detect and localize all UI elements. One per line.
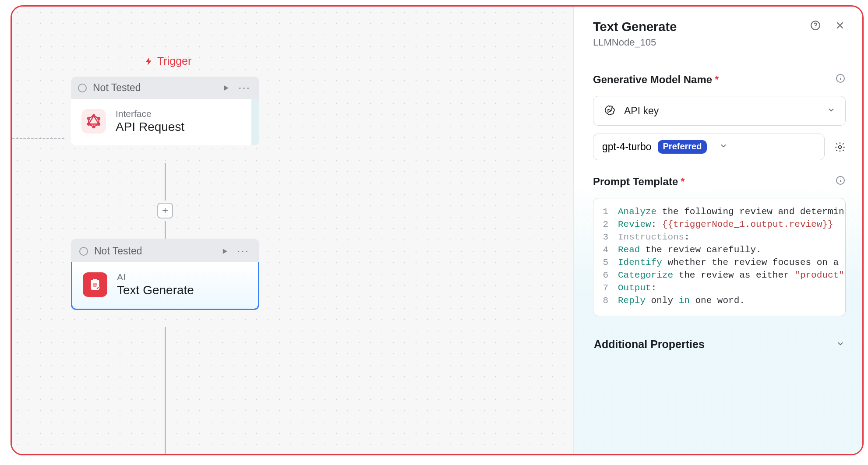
chevron-down-icon: [719, 141, 728, 153]
code-content: Review: {{triggerNode_1.output.review}}: [618, 218, 833, 231]
close-panel-button[interactable]: [834, 20, 846, 31]
run-node-button[interactable]: [220, 247, 229, 256]
code-content: Analyze the following review and determi…: [618, 205, 846, 218]
code-line: 8Reply only in one word.: [598, 294, 841, 307]
preferred-badge: Preferred: [658, 140, 707, 154]
code-line: 5Identify whether the review focuses on …: [598, 256, 841, 269]
field-label-text: Prompt Template: [593, 176, 678, 188]
chevron-down-icon: [827, 105, 836, 117]
line-number: 6: [598, 269, 618, 282]
graphql-icon: [81, 109, 106, 134]
line-number: 7: [598, 282, 618, 294]
node-status: Not Tested: [94, 245, 214, 257]
svg-point-15: [840, 178, 840, 179]
code-line: 4Read the review carefully.: [598, 243, 841, 256]
field-generative-model: Generative Model Name * API key gpt-4-t: [593, 73, 846, 160]
field-prompt-template: Prompt Template * 1Analyze the following…: [593, 175, 846, 316]
code-line: 1Analyze the following review and determ…: [598, 205, 841, 218]
field-label-text: Generative Model Name: [593, 74, 712, 86]
code-line: 2Review: {{triggerNode_1.output.review}}: [598, 218, 841, 231]
svg-point-10: [815, 28, 815, 28]
node-header: Not Tested ···: [71, 239, 259, 262]
add-node-button[interactable]: +: [157, 203, 173, 218]
additional-properties-toggle[interactable]: Additional Properties: [593, 334, 846, 355]
node-name: Text Generate: [117, 283, 194, 297]
run-node-button[interactable]: [222, 84, 230, 92]
divider: [574, 58, 864, 58]
panel-title: Text Generate: [593, 20, 677, 34]
node-header: Not Tested ···: [71, 77, 259, 99]
code-line: 7Output:: [598, 282, 841, 294]
openai-icon: [603, 104, 616, 117]
node-body[interactable]: Interface API Request: [71, 99, 259, 145]
code-content: Identify whether the review focuses on a…: [618, 256, 846, 269]
svg-rect-7: [93, 279, 97, 281]
code-content: Read the review carefully.: [618, 243, 762, 256]
line-number: 3: [598, 231, 618, 243]
edge: [165, 163, 166, 201]
code-content: Instructions:: [618, 231, 690, 243]
code-line: 3Instructions:: [598, 231, 841, 243]
node-more-button[interactable]: ···: [235, 244, 251, 258]
model-settings-button[interactable]: [834, 141, 846, 153]
info-icon[interactable]: [835, 73, 846, 86]
required-asterisk: *: [681, 176, 685, 188]
node-text-generate[interactable]: Not Tested ··· AI Text Generate: [71, 239, 259, 310]
node-name: API Request: [116, 120, 184, 134]
accordion-label: Additional Properties: [594, 338, 705, 351]
code-content: Categorize the review as either "product…: [618, 269, 844, 282]
node-api-request[interactable]: Not Tested ··· Interface API Request: [71, 77, 259, 145]
line-number: 5: [598, 256, 618, 269]
workflow-canvas[interactable]: Trigger Not Tested ··· Interface API Req…: [12, 7, 573, 454]
code-content: Reply only in one word.: [618, 294, 745, 307]
trigger-label: Trigger: [144, 55, 191, 67]
trigger-text: Trigger: [157, 55, 191, 67]
status-indicator: [79, 247, 88, 256]
info-icon[interactable]: [835, 175, 846, 188]
incoming-edge: [12, 138, 64, 139]
status-indicator: [78, 84, 87, 92]
app-frame: Trigger Not Tested ··· Interface API Req…: [11, 5, 864, 455]
line-number: 8: [598, 294, 618, 307]
code-line: 6Categorize the review as either "produc…: [598, 269, 841, 282]
node-more-button[interactable]: ···: [236, 81, 252, 95]
clipboard-ai-icon: [83, 272, 107, 297]
panel-header: Text Generate: [593, 20, 846, 34]
required-asterisk: *: [715, 74, 719, 86]
panel-subtitle: LLMNode_105: [593, 37, 846, 48]
edge: [165, 327, 166, 454]
properties-panel: Text Generate LLMNode_105 Generative Mod…: [573, 7, 862, 454]
api-key-select[interactable]: API key: [593, 96, 846, 126]
model-select[interactable]: gpt-4-turbo Preferred: [593, 134, 825, 160]
svg-point-13: [839, 145, 842, 148]
api-key-label: API key: [624, 105, 659, 117]
svg-point-12: [840, 76, 840, 77]
code-content: Output:: [618, 282, 656, 294]
line-number: 4: [598, 243, 618, 256]
help-button[interactable]: [810, 20, 821, 31]
node-category: AI: [117, 272, 194, 282]
node-status: Not Tested: [93, 82, 215, 94]
model-value: gpt-4-turbo: [602, 141, 652, 153]
chevron-down-icon: [836, 338, 845, 351]
line-number: 2: [598, 218, 618, 231]
node-body[interactable]: AI Text Generate: [71, 262, 259, 310]
prompt-template-editor[interactable]: 1Analyze the following review and determ…: [593, 198, 846, 316]
node-category: Interface: [116, 109, 184, 119]
line-number: 1: [598, 205, 618, 218]
bolt-icon: [144, 56, 154, 66]
